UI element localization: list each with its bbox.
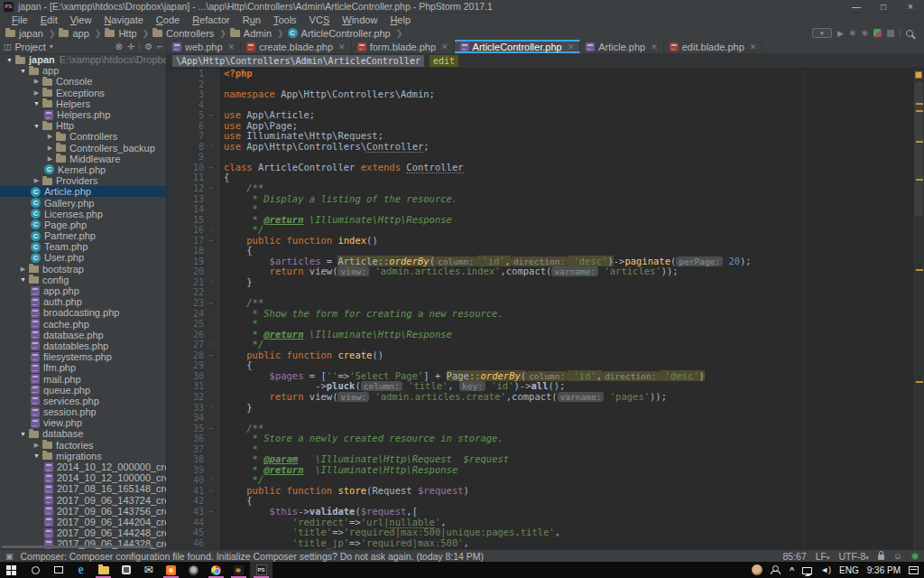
taskbar-explorer-icon[interactable] [92, 562, 115, 578]
close-button[interactable]: × [897, 0, 924, 13]
chevron-expanded-icon[interactable]: ▼ [17, 431, 29, 437]
tab-form-blade-php[interactable]: form.blade.php✕ [352, 40, 455, 53]
fold-marker-icon[interactable]: − [206, 110, 217, 121]
tree-item-controllers[interactable]: ▶Controllers [0, 131, 166, 142]
tree-item-page-php[interactable]: CPage.php [0, 219, 166, 230]
tree-item-2017_09_06_144204_create_teams_table-php[interactable]: 2017_09_06_144204_create_teams_table.php [0, 517, 166, 527]
horizontal-scrollbar[interactable] [2, 545, 153, 548]
breadcrumb-item-articlecontroller-php[interactable]: CArticleController.php [288, 28, 391, 39]
menu-code[interactable]: Code [150, 14, 186, 25]
chevron-expanded-icon[interactable]: ▼ [31, 123, 42, 129]
coverage-grey-icon[interactable]: ✱ [861, 29, 868, 38]
taskbar-photos-icon[interactable] [227, 562, 250, 578]
people-icon[interactable] [771, 565, 781, 574]
close-icon[interactable]: ✕ [338, 42, 346, 51]
edit-badge[interactable]: edit [430, 55, 458, 67]
tree-item-japan[interactable]: ▼japanE:\xampp\htdocs\Dropbox\japan [0, 54, 166, 65]
warning-mark[interactable] [916, 110, 923, 112]
coverage-icon[interactable] [873, 29, 882, 37]
tree-item-services-php[interactable]: services.php [0, 396, 166, 406]
chevron-expanded-icon[interactable]: ▼ [31, 452, 42, 459]
fold-marker-icon[interactable]: − [206, 350, 217, 361]
warning-mark[interactable] [916, 381, 923, 383]
hidden-icons-chevron[interactable]: ^ [790, 565, 794, 574]
tree-item-auth-php[interactable]: auth.php [0, 296, 166, 307]
chevron-collapsed-icon[interactable]: ▶ [31, 177, 42, 184]
menu-help[interactable]: Help [383, 14, 417, 25]
taskbar-app-grey-icon[interactable] [115, 562, 137, 578]
toolwindow-quick-access-icon[interactable]: ▣ [5, 552, 14, 561]
search-everywhere-icon[interactable] [906, 30, 913, 37]
tree-item-datatables-php[interactable]: datatables.php [0, 340, 166, 351]
run-icon[interactable]: ▶ [837, 29, 844, 38]
fold-marker-icon[interactable]: ˄ [206, 142, 217, 153]
warning-mark[interactable] [916, 141, 923, 143]
tree-item-http[interactable]: ▼Http [0, 120, 166, 131]
chevron-collapsed-icon[interactable]: ▶ [44, 155, 56, 163]
project-panel-header[interactable]: ◫ Project ▾ ⊗ ✛ ⚙ ⌐ [0, 40, 167, 53]
menu-run[interactable]: Run [236, 14, 267, 25]
tree-item-exceptions[interactable]: ▶Exceptions [0, 88, 166, 98]
project-panel[interactable]: ▼japanE:\xampp\htdocs\Dropbox\japan▼app▶… [0, 54, 167, 549]
tree-item-gallery-php[interactable]: CGallery.php [0, 197, 166, 208]
chevron-expanded-icon[interactable]: ▼ [17, 276, 29, 283]
tree-item-article-php[interactable]: CArticle.php [0, 186, 166, 197]
code-area[interactable]: 12345−678˄910−1112−13141516˄17−18192021˄… [167, 69, 924, 549]
clock[interactable]: 9:36 PM [867, 565, 901, 575]
volume-icon[interactable]: ◄) [820, 565, 831, 574]
taskbar-steam-icon[interactable] [182, 562, 205, 578]
taskbar-phpstorm-icon[interactable]: PS [250, 562, 273, 578]
fold-marker-icon[interactable]: ˄ [206, 340, 217, 350]
fold-marker-icon[interactable]: ˄ [206, 277, 217, 288]
tree-item-database[interactable]: ▼database [0, 428, 166, 439]
fold-marker-icon[interactable]: − [206, 298, 217, 309]
editor-scrollbar[interactable] [915, 81, 923, 217]
tree-item-factories[interactable]: ▶factories [0, 440, 166, 451]
avatar[interactable] [752, 564, 762, 575]
tree-item-user-php[interactable]: CUser.php [0, 252, 166, 263]
taskbar-mail-icon[interactable]: ✉ [137, 562, 160, 578]
fold-marker-icon[interactable]: ˄ [206, 475, 217, 486]
taskbar-task-view-icon[interactable] [47, 562, 69, 578]
stop-icon[interactable] [887, 30, 894, 37]
tab-web-php[interactable]: web.php✕ [167, 40, 241, 53]
encoding-selector[interactable]: UTF-8▾ [839, 551, 869, 562]
tab-articlecontroller-php[interactable]: ArticleController.php✕ [455, 40, 581, 53]
taskbar-start-icon[interactable] [2, 562, 24, 578]
tree-item-view-php[interactable]: view.php [0, 417, 166, 428]
warning-mark[interactable] [916, 179, 923, 181]
chevron-collapsed-icon[interactable]: ▶ [31, 78, 42, 85]
menu-refactor[interactable]: Refactor [186, 14, 236, 25]
warning-mark[interactable] [916, 103, 923, 105]
tab-create-blade-php[interactable]: create.blade.php✕ [241, 40, 352, 53]
chevron-expanded-icon[interactable]: ▼ [17, 68, 29, 74]
chevron-collapsed-icon[interactable]: ▶ [44, 133, 56, 140]
taskbar-xampp-icon[interactable] [160, 562, 182, 578]
tree-item-2017_08_16_165148_create_sessions_table-php[interactable]: 2017_08_16_165148_create_sessions_table.… [0, 483, 166, 494]
chevron-expanded-icon[interactable]: ▼ [4, 57, 15, 63]
caret-position[interactable]: 85:67 [782, 551, 806, 562]
locate-icon[interactable]: ✛ [127, 40, 134, 54]
menu-edit[interactable]: Edit [34, 14, 64, 25]
chevron-collapsed-icon[interactable]: ▶ [17, 266, 29, 273]
breadcrumb-item-japan[interactable]: japan [5, 28, 43, 39]
menu-view[interactable]: View [64, 14, 98, 25]
close-icon[interactable]: ✕ [441, 42, 448, 51]
menu-vcs[interactable]: VCS [303, 14, 337, 25]
run-config-selector[interactable]: ▾ [812, 28, 832, 38]
tree-item-filesystems-php[interactable]: filesystems.php [0, 351, 166, 362]
fold-marker-icon[interactable]: − [206, 163, 217, 173]
tree-item-providers[interactable]: ▶Providers [0, 175, 166, 186]
readonly-lock-icon[interactable] [878, 555, 884, 560]
tree-item-broadcasting-php[interactable]: broadcasting.php [0, 307, 166, 318]
settings-icon[interactable]: ⚙ [144, 40, 152, 54]
chevron-collapsed-icon[interactable]: ▶ [31, 442, 42, 449]
minimize-button[interactable]: — [843, 0, 870, 13]
close-icon[interactable]: ✕ [651, 42, 658, 51]
taskbar-chrome-icon[interactable] [205, 562, 227, 578]
editor[interactable]: \App\Http\Controllers\Admin\ArticleContr… [167, 54, 924, 549]
tree-item-licenses-php[interactable]: CLicenses.php [0, 209, 166, 219]
hide-icon[interactable]: ⌐ [157, 40, 162, 54]
close-icon[interactable]: ✕ [228, 42, 236, 51]
chevron-down-icon[interactable]: ▾ [50, 42, 53, 51]
